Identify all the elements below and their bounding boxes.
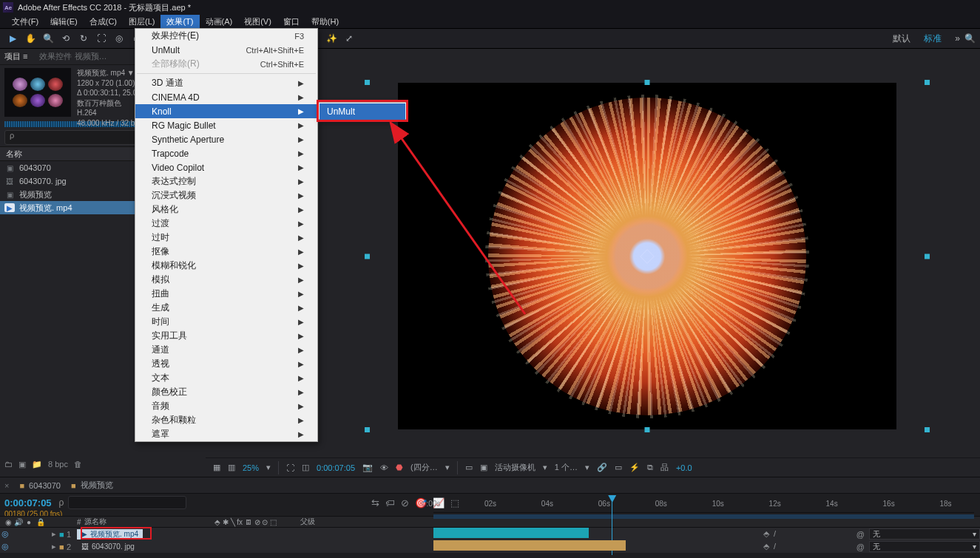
audio-header-icon[interactable]: 🔊 [13,518,24,526]
workspace-standard[interactable]: 标准 [924,33,942,45]
menubar[interactable]: 文件(F) 编辑(E) 合成(C) 图层(L) 效果(T) 动画(A) 视图(V… [0,15,980,28]
menu-item-effect-category[interactable]: Synthetic Aperture▶ [135,132,317,146]
menu-view[interactable]: 视图(V) [238,15,277,29]
search-icon[interactable]: ρ [59,497,64,508]
timeline-tab[interactable]: ■ 6043070 [19,481,60,490]
zoom-percent[interactable]: 25% [243,463,259,472]
frame-blend-icon[interactable]: 🏷 [385,497,395,508]
menu-item-effect-category[interactable]: 颜色校正▶ [135,385,317,399]
channel-icon[interactable]: ⬣ [396,463,403,472]
menu-item-effect-category[interactable]: 通道▶ [135,343,317,357]
menu-edit[interactable]: 编辑(E) [44,15,84,29]
quality-dropdown[interactable]: (四分… [410,462,438,473]
trash-icon[interactable]: 🗑 [74,460,82,469]
views-dropdown[interactable]: 1 个… [555,462,578,473]
bpc-label[interactable]: 8 bpc [48,460,68,469]
menu-item-effect-category[interactable]: 时间▶ [135,315,317,329]
interpret-footage-icon[interactable]: 🗀 [4,460,13,469]
effect-menu-dropdown[interactable]: 效果控件(E) F3 UnMult Ctrl+Alt+Shift+E 全部移除(… [135,28,318,442]
new-folder-icon[interactable]: 📁 [32,460,42,469]
pan-behind-tool-icon[interactable]: ◎ [111,30,127,47]
pixel-aspect-icon[interactable]: ▭ [615,463,622,472]
timeline-current-time[interactable]: 0:00:07:05 [4,497,52,508]
selection-handle[interactable] [365,80,370,85]
menu-item-effect-category[interactable]: 模拟▶ [135,273,317,287]
menu-item-effect-category[interactable]: 过渡▶ [135,217,317,231]
tab-prev-icon[interactable]: × [4,481,9,490]
menu-item-effect-category[interactable]: 扭曲▶ [135,287,317,301]
timeline-tab[interactable]: ■ 视频预览 [71,480,113,491]
layer-color-swatch[interactable]: ■ [59,530,67,539]
lock-header-icon[interactable]: 🔒 [34,518,47,526]
current-timecode[interactable]: 0:00:07:05 [317,463,355,472]
time-ruler[interactable]: :00s02s04s06s08s10s12s14s16s18s [433,498,974,513]
menu-item-effect-category[interactable]: 表达式控制▶ [135,174,317,188]
menu-file[interactable]: 文件(F) [6,15,44,29]
selection-handle[interactable] [365,427,370,432]
menu-item-effect-category[interactable]: 3D 通道▶ [135,76,317,90]
collapse-icon[interactable]: ⤢ [341,30,357,47]
menu-effect[interactable]: 效果(T) [160,15,199,29]
chevron-down-icon[interactable]: ▾ [543,463,547,472]
menu-item-effect-category[interactable]: 文本▶ [135,371,317,385]
camera-tool-icon[interactable]: ⛶ [93,30,109,47]
selection-tool-icon[interactable]: ▶ [4,30,21,47]
col-source-name[interactable]: 源名称 [84,517,209,527]
draft-3d-icon[interactable]: 🎯 [415,497,427,508]
chevron-down-icon[interactable]: ▾ [585,463,589,472]
fast-preview-icon[interactable]: ⚡ [629,463,640,472]
menu-item-effect-category[interactable]: 模糊和锐化▶ [135,259,317,273]
selection-handle[interactable] [365,254,370,259]
search-help-icon[interactable]: 🔍 [964,33,976,44]
layer-duration-bar[interactable] [433,540,626,551]
menu-layer[interactable]: 图层(L) [123,15,160,29]
layer-duration-bar[interactable] [433,528,589,538]
menu-item-effect-category[interactable]: 抠像▶ [135,245,317,259]
chevron-down-icon[interactable]: ▾ [445,463,450,472]
menu-item-effect-category[interactable]: 遮罩▶ [135,427,317,441]
menu-item-effect-category[interactable]: 沉浸式视频▶ [135,188,317,203]
flowchart-icon[interactable]: 品 [660,462,669,473]
selection-handle[interactable] [925,80,930,85]
menu-item-effect-category[interactable]: Knoll▶ [135,104,317,118]
chevron-down-icon[interactable]: ▾ [266,463,271,472]
share-icon[interactable]: 🔗 [597,463,607,472]
expand-icon[interactable]: ▸ [52,542,59,551]
exposure-value[interactable]: +0.0 [676,463,692,472]
col-switches[interactable]: ⬘ ✱ ╲ fx 🗏 ⊘ ⊙ ⬚ [209,518,296,526]
menu-help[interactable]: 帮助(H) [305,15,345,29]
selection-handle[interactable] [925,254,930,259]
orbit-tool-icon[interactable]: ⟲ [58,30,74,47]
snapshot-icon[interactable]: 📷 [362,463,373,472]
region-icon[interactable]: ◫ [302,463,309,472]
effect-submenu-knoll[interactable]: UnMult [318,102,407,120]
rotate-tool-icon[interactable]: ↻ [75,30,92,47]
menu-item-effect-category[interactable]: 风格化▶ [135,203,317,217]
hand-tool-icon[interactable]: ✋ [22,30,38,47]
timeline-search-input[interactable] [68,496,186,509]
menu-item-remove-all[interactable]: 全部移除(R) Ctrl+Shift+E [135,57,317,71]
view-layout-icon[interactable]: ▭ [465,463,473,472]
visibility-toggle-icon[interactable]: ◎ [0,542,10,551]
menu-window[interactable]: 窗口 [277,15,305,29]
timeline-track-area[interactable]: :00s02s04s06s08s10s12s14s16s18s [433,494,974,555]
selection-handle[interactable] [925,427,930,432]
new-comp-icon[interactable]: ▣ [18,460,26,469]
menu-item-last-effect[interactable]: UnMult Ctrl+Alt+Shift+E [135,43,317,57]
menu-item-unmult[interactable]: UnMult [320,103,405,120]
layer-name-chip[interactable]: 🖼 6043070. jpg [77,542,139,552]
menu-item-effect-category[interactable]: Trapcode▶ [135,146,317,160]
show-snapshot-icon[interactable]: 👁 [380,463,388,472]
menu-animation[interactable]: 动画(A) [200,15,239,29]
solo-header-icon[interactable]: ● [24,518,34,526]
work-area-bar[interactable] [433,514,974,519]
resolution-icon[interactable]: ⛶ [286,463,294,472]
shy-icon[interactable]: ⇆ [371,497,379,508]
guides-icon[interactable]: ▥ [228,463,235,472]
layer-name-chip[interactable]: ▶ 视频预览. mp4 [77,529,143,540]
timeline-icon[interactable]: ⧉ [647,463,653,472]
col-parent[interactable]: 父级 [296,517,315,527]
workspace-more-icon[interactable]: » [955,33,960,44]
menu-item-effect-category[interactable]: Video Copilot▶ [135,160,317,174]
menu-composition[interactable]: 合成(C) [84,15,123,29]
